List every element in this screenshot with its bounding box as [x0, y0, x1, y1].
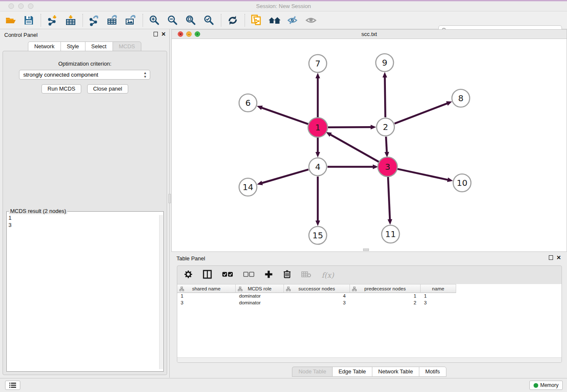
arrowhead-1-7: [316, 73, 320, 78]
save-session-icon[interactable]: [22, 13, 36, 28]
node-label-11: 11: [385, 229, 396, 239]
node-label-15: 15: [312, 230, 323, 240]
arrowhead-3-10: [447, 177, 453, 182]
control-panel-tabs: NetworkStyleSelectMCDS: [0, 41, 169, 52]
import-table-icon[interactable]: [63, 13, 78, 28]
result-scrollbar[interactable]: [159, 215, 163, 369]
table-header-row: shared nameMCDS rolesuccessor nodesprede…: [177, 284, 561, 293]
open-session-icon[interactable]: [3, 13, 18, 28]
criterion-select[interactable]: strongly connected component ▲▼: [19, 70, 150, 80]
tab-mcds[interactable]: MCDS: [113, 41, 141, 52]
task-history-button[interactable]: [5, 381, 20, 390]
table-settings-gear-icon[interactable]: [184, 270, 193, 280]
select-all-columns-icon[interactable]: [222, 271, 233, 279]
edge-2-8[interactable]: [394, 103, 447, 124]
network-view-window: ✕ − + scc.txt 7968124314101511: [171, 29, 567, 252]
export-network-icon[interactable]: [87, 13, 102, 28]
zoom-out-icon[interactable]: [165, 13, 180, 28]
memory-status-icon: [534, 383, 538, 388]
column-header-MCDS-role[interactable]: MCDS role: [236, 284, 284, 293]
cell-successor-nodes: 4: [284, 293, 350, 300]
export-table-icon[interactable]: [105, 13, 120, 28]
show-columns-icon[interactable]: [203, 270, 212, 281]
cell-MCDS-role: dominator: [236, 300, 284, 306]
network-window-titlebar[interactable]: ✕ − + scc.txt: [172, 30, 567, 39]
vertical-splitter-handle[interactable]: [168, 194, 171, 203]
hide-panel-eye-icon[interactable]: [286, 13, 300, 28]
node-label-14: 14: [242, 182, 253, 192]
column-header-predecessor-nodes[interactable]: predecessor nodes: [350, 284, 421, 293]
arrowhead-1-4: [316, 152, 320, 157]
mcds-result-text[interactable]: 1 3: [8, 214, 11, 229]
node-label-6: 6: [245, 98, 251, 108]
tab-network-table[interactable]: Network Table: [372, 367, 419, 377]
column-header-shared-name[interactable]: shared name: [177, 284, 236, 293]
function-builder-icon: f(x): [322, 271, 334, 279]
show-all-networks-icon[interactable]: [267, 13, 282, 28]
zoom-selected-icon[interactable]: [202, 13, 216, 28]
cell-predecessor-nodes: 1: [350, 293, 421, 300]
node-label-9: 9: [382, 58, 388, 68]
table-body: 1dominator4113dominator323: [177, 293, 561, 306]
table-panel-box: f(x) shared nameMCDS rolesuccessor nodes…: [177, 265, 562, 363]
column-header-successor-nodes[interactable]: successor nodes: [284, 284, 350, 293]
network-window-title: scc.txt: [172, 31, 567, 37]
delete-table-icon: [301, 271, 311, 279]
control-panel: Control Panel ✕ NetworkStyleSelectMCDS O…: [0, 29, 170, 378]
edge-4-14[interactable]: [262, 169, 308, 183]
node-label-1: 1: [315, 122, 321, 133]
node-table: shared nameMCDS rolesuccessor nodesprede…: [177, 284, 561, 358]
tab-style[interactable]: Style: [61, 41, 85, 52]
run-mcds-button[interactable]: Run MCDS: [41, 84, 81, 94]
apply-layout-icon[interactable]: [226, 13, 240, 28]
close-panel-icon[interactable]: ✕: [161, 32, 166, 36]
duplicate-network-icon[interactable]: [249, 13, 264, 28]
arrowhead-1-2: [371, 125, 376, 130]
zoom-in-icon[interactable]: [147, 13, 162, 28]
close-table-panel-icon[interactable]: ✕: [556, 255, 561, 260]
deselect-all-columns-icon[interactable]: [243, 271, 254, 279]
cell-name: 1: [421, 293, 456, 300]
mcds-panel: Optimization criterion: strongly connect…: [3, 51, 167, 375]
column-header-name[interactable]: name: [421, 284, 456, 293]
delete-column-trash-icon[interactable]: [283, 270, 291, 280]
create-column-plus-icon[interactable]: [264, 270, 273, 280]
cell-predecessor-nodes: 2: [350, 300, 421, 306]
table-row[interactable]: 1dominator411: [177, 293, 561, 300]
edge-3-10[interactable]: [397, 169, 448, 180]
main-toolbar: [0, 11, 567, 29]
cell-shared-name: 3: [177, 300, 236, 306]
tab-node-table[interactable]: Node Table: [292, 367, 332, 377]
tab-edge-table[interactable]: Edge Table: [332, 367, 372, 377]
edge-2-9[interactable]: [385, 77, 385, 117]
table-horizontal-scrollbar[interactable]: [177, 357, 561, 362]
import-network-icon[interactable]: [45, 13, 60, 28]
network-graph-canvas[interactable]: 7968124314101511: [172, 39, 567, 251]
edge-1-6[interactable]: [261, 108, 308, 124]
tab-select[interactable]: Select: [85, 41, 113, 52]
criterion-value: strongly connected component: [23, 72, 98, 78]
horizontal-splitter-handle[interactable]: [363, 248, 369, 251]
status-bar: Memory: [0, 378, 567, 392]
table-panel: Table Panel ✕: [171, 253, 567, 378]
show-panel-eye-icon[interactable]: [304, 13, 318, 28]
mcds-result-group: MCDS result (2 nodes) 1 3: [6, 211, 164, 372]
edge-1-2[interactable]: [328, 127, 371, 127]
arrowhead-2-8: [446, 101, 452, 105]
node-label-8: 8: [458, 93, 464, 103]
tab-network[interactable]: Network: [28, 41, 61, 52]
float-table-panel-icon[interactable]: [549, 255, 553, 260]
tab-motifs[interactable]: Motifs: [419, 367, 446, 377]
export-image-icon[interactable]: [124, 13, 138, 28]
float-panel-icon[interactable]: [154, 32, 158, 36]
arrowhead-4-15: [316, 221, 320, 226]
node-label-7: 7: [315, 58, 321, 69]
zoom-fit-icon[interactable]: [184, 13, 198, 28]
edge-3-1[interactable]: [330, 135, 379, 162]
table-row[interactable]: 3dominator323: [177, 300, 561, 306]
edge-3-11[interactable]: [388, 177, 390, 220]
edge-2-3[interactable]: [386, 137, 387, 152]
memory-button[interactable]: Memory: [529, 381, 563, 390]
close-panel-button[interactable]: Close panel: [87, 84, 128, 94]
node-label-2: 2: [383, 122, 388, 132]
